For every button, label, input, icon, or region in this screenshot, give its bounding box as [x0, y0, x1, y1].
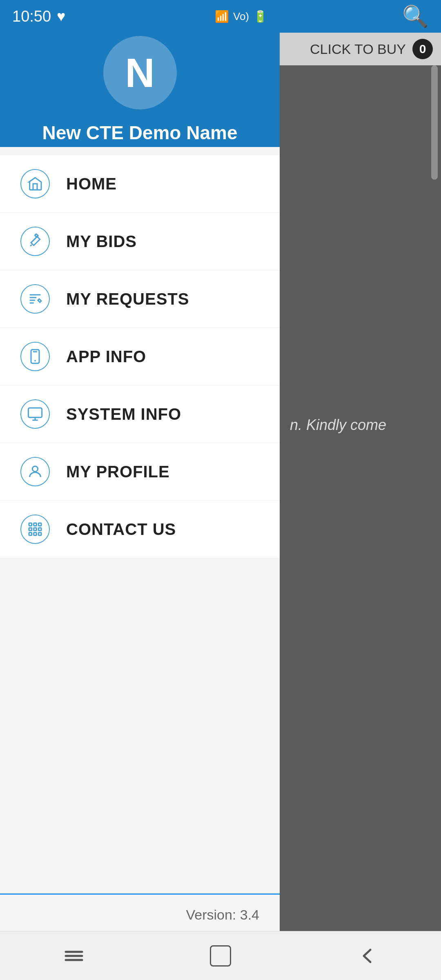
home-icon-circle	[20, 169, 50, 198]
monitor-icon	[27, 406, 43, 422]
app-info-label: APP INFO	[66, 347, 146, 366]
clock-display: 10:50	[12, 8, 51, 25]
system-info-label: SYSTEM INFO	[66, 405, 181, 423]
click-to-buy-bar[interactable]: CLICK TO BUY 0	[278, 33, 441, 65]
status-icons: 📶 Vo) 🔋	[215, 10, 267, 23]
home-icon	[27, 176, 43, 192]
svg-rect-10	[38, 523, 41, 526]
svg-rect-16	[38, 532, 41, 535]
avatar: N	[103, 36, 177, 109]
profile-label: MY PROFILE	[66, 463, 170, 481]
svg-rect-0	[35, 234, 38, 237]
right-overlay: 🔍 CLICK TO BUY 0 n. Kindly come	[278, 0, 441, 980]
edit-icon	[27, 291, 43, 307]
sidebar-item-contact-us[interactable]: CONTACT US	[0, 501, 280, 558]
status-time-area: 10:50 ♥	[12, 8, 65, 25]
bids-icon-circle	[20, 227, 50, 256]
profile-icon-circle	[20, 457, 50, 486]
system-info-icon-circle	[20, 399, 50, 429]
search-icon[interactable]: 🔍	[402, 4, 429, 29]
requests-icon-circle	[20, 284, 50, 314]
contact-icon-circle	[20, 514, 50, 544]
drawer-menu: HOME MY BIDS MY REQUESTS	[0, 147, 280, 893]
right-body-text: n. Kindly come	[290, 416, 386, 434]
heart-icon: ♥	[57, 8, 65, 25]
requests-label: MY REQUESTS	[66, 290, 189, 308]
cart-badge: 0	[412, 39, 433, 59]
sidebar-item-home[interactable]: HOME	[0, 155, 280, 213]
svg-rect-14	[29, 532, 32, 535]
nav-home-button[interactable]	[210, 945, 231, 967]
sidebar-item-my-bids[interactable]: MY BIDS	[0, 213, 280, 270]
version-bar: Version: 3.4	[0, 893, 280, 935]
bids-label: MY BIDS	[66, 232, 137, 251]
nav-menu-button[interactable]	[62, 944, 86, 968]
svg-rect-11	[29, 528, 32, 531]
svg-rect-4	[28, 408, 42, 417]
svg-point-7	[32, 466, 38, 472]
drawer: 10:50 ♥ 📶 Vo) 🔋 N New CTE Demo Name HOME	[0, 0, 280, 980]
wifi-icon: 📶	[215, 10, 229, 23]
svg-rect-9	[34, 523, 37, 526]
user-icon	[27, 463, 43, 480]
status-bar: 10:50 ♥ 📶 Vo) 🔋	[0, 0, 280, 33]
home-label: HOME	[66, 175, 117, 193]
sidebar-item-app-info[interactable]: APP INFO	[0, 328, 280, 385]
right-panel-header: 🔍	[278, 0, 441, 33]
grid-phone-icon	[27, 521, 43, 537]
svg-rect-15	[34, 532, 37, 535]
sidebar-item-my-profile[interactable]: MY PROFILE	[0, 443, 280, 501]
sidebar-item-system-info[interactable]: SYSTEM INFO	[0, 385, 280, 443]
avatar-letter: N	[125, 49, 154, 96]
signal-icon: Vo)	[233, 10, 249, 23]
click-to-buy-label: CLICK TO BUY	[310, 41, 406, 57]
battery-icon: 🔋	[253, 10, 267, 23]
version-text: Version: 3.4	[186, 907, 259, 922]
phone-icon	[27, 348, 43, 365]
svg-rect-8	[29, 523, 32, 526]
nav-back-button[interactable]	[355, 944, 379, 968]
user-name: New CTE Demo Name	[42, 122, 237, 144]
contact-label: CONTACT US	[66, 520, 176, 539]
bottom-nav	[0, 931, 441, 980]
scroll-bar[interactable]	[431, 65, 438, 180]
svg-rect-12	[34, 528, 37, 531]
svg-rect-13	[38, 528, 41, 531]
hammer-icon	[27, 233, 43, 249]
app-info-icon-circle	[20, 342, 50, 371]
nav-square-icon	[210, 945, 231, 967]
sidebar-item-my-requests[interactable]: MY REQUESTS	[0, 270, 280, 328]
